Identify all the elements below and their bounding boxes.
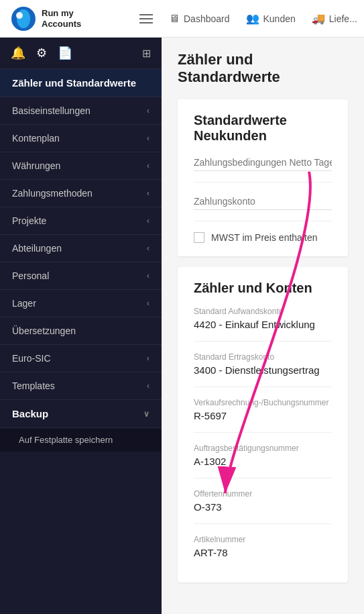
- zahlungsbedingungen-input[interactable]: [194, 154, 332, 171]
- aufwandskonto-value: 4420 - Einkauf Entwicklung: [194, 319, 332, 330]
- ertragskonto-field: Standard Ertragskonto 3400 - Dienstleist…: [194, 352, 332, 376]
- page-title: Zähler und Standardwerte: [178, 51, 348, 86]
- rechnungsnummer-value: R-5697: [194, 410, 332, 421]
- sidebar-item-kontenplan[interactable]: Kontenplan ‹: [0, 125, 162, 152]
- doc-icon[interactable]: 📄: [58, 46, 72, 60]
- sidebar-icon-bar: 🔔 ⚙ 📄 ⊞: [0, 38, 162, 69]
- sidebar-item-projekte[interactable]: Projekte ‹: [0, 207, 162, 235]
- topbar: Run my Accounts 🖥 Dashboard 👥 Kunden 🚚 L…: [0, 0, 364, 38]
- divider: [194, 221, 332, 221]
- aufwandskonto-field: Standard Aufwandskonto 4420 - Einkauf En…: [194, 307, 332, 330]
- chevron-down-icon: ∨: [143, 409, 149, 419]
- gear-icon[interactable]: ⚙: [36, 46, 47, 60]
- standardwerte-title: Standardwerte Neukunden: [194, 113, 332, 144]
- logo-text: Run my Accounts: [42, 8, 81, 29]
- chevron-icon: ‹: [147, 216, 149, 225]
- sidebar-item-zahlungsmethoden[interactable]: Zahlungsmethoden ‹: [0, 180, 162, 207]
- mwst-checkbox[interactable]: [194, 232, 204, 243]
- nav-dashboard[interactable]: 🖥 Dashboard: [169, 13, 230, 25]
- sidebar-item-waehrungen[interactable]: Währungen ‹: [0, 152, 162, 180]
- zahlungsbedingungen-field: [194, 154, 332, 171]
- bell-icon[interactable]: 🔔: [11, 46, 25, 60]
- standardwerte-card: Standardwerte Neukunden MWST im Preis en…: [178, 99, 348, 256]
- chevron-icon: ‹: [147, 161, 149, 170]
- ertragskonto-label: Standard Ertragskonto: [194, 352, 332, 362]
- svg-point-2: [16, 12, 23, 19]
- auftragsbestaetigung-field: Auftragsbestätigungsnummer A-1302: [194, 444, 332, 467]
- aufwandskonto-label: Standard Aufwandskonto: [194, 307, 332, 316]
- sidebar-item-basis[interactable]: Basiseinstellungen ‹: [0, 97, 162, 125]
- offertennummer-label: Offertennummer: [194, 489, 332, 499]
- sidebar-item-lager[interactable]: Lager ‹: [0, 290, 162, 317]
- rechnungsnummer-label: Verkaufsrechnung-/Buchungsnummer: [194, 398, 332, 407]
- top-nav: 🖥 Dashboard 👥 Kunden 🚚 Liefe...: [169, 12, 357, 25]
- logo-icon: [11, 6, 36, 32]
- sidebar-item-abteilungen[interactable]: Abteilungen ‹: [0, 235, 162, 262]
- lieferanten-icon: 🚚: [312, 12, 325, 25]
- chevron-icon: ‹: [147, 271, 149, 280]
- sidebar-item-euro-sic[interactable]: Euro-SIC ‹: [0, 345, 162, 372]
- sidebar-item-templates[interactable]: Templates ‹: [0, 372, 162, 400]
- sidebar-item-personal[interactable]: Personal ‹: [0, 262, 162, 290]
- offertennummer-field: Offertennummer O-373: [194, 489, 332, 513]
- sidebar-item-festplatte[interactable]: Auf Festplatte speichern: [0, 428, 162, 452]
- artikelnummer-value: ART-78: [194, 547, 332, 558]
- sidebar-item-uebersetzungen[interactable]: Übersetzungen: [0, 317, 162, 345]
- sidebar-item-zaehler[interactable]: Zähler und Standardwerte: [0, 69, 162, 97]
- logo: Run my Accounts: [11, 6, 118, 32]
- dashboard-icon: 🖥: [169, 13, 180, 25]
- mwst-checkbox-row: MWST im Preis enthalten: [194, 232, 332, 243]
- zahlungskonto-input[interactable]: [194, 193, 332, 210]
- divider: [194, 478, 332, 478]
- zahlungskonto-field: [194, 193, 332, 210]
- chevron-icon: ‹: [147, 134, 149, 143]
- divider: [194, 523, 332, 524]
- chevron-icon: ‹: [147, 299, 149, 308]
- divider: [194, 432, 332, 433]
- chevron-icon: ‹: [147, 189, 149, 198]
- nav-kunden[interactable]: 👥 Kunden: [246, 12, 296, 25]
- content-area: Zähler und Standardwerte Standardwerte N…: [162, 38, 364, 614]
- sidebar: 🔔 ⚙ 📄 ⊞ Zähler und Standardwerte Basisei…: [0, 38, 162, 614]
- divider: [194, 341, 332, 342]
- chevron-icon: ‹: [147, 381, 149, 391]
- artikelnummer-field: Artikelnummer ART-78: [194, 535, 332, 558]
- kunden-icon: 👥: [246, 12, 259, 25]
- hamburger-button[interactable]: [139, 14, 153, 23]
- auftragsbestaetigung-value: A-1302: [194, 456, 332, 467]
- ertragskonto-value: 3400 - Dienstleistungsertrag: [194, 364, 332, 376]
- rechnungsnummer-field: Verkaufsrechnung-/Buchungsnummer R-5697: [194, 398, 332, 421]
- chevron-icon: ‹: [147, 244, 149, 253]
- zaehler-konten-card: Zähler und Konten Standard Aufwandskonto…: [178, 267, 348, 582]
- offertennummer-value: O-373: [194, 501, 332, 513]
- artikelnummer-label: Artikelnummer: [194, 535, 332, 544]
- chevron-icon: ‹: [147, 354, 149, 363]
- divider: [194, 182, 332, 183]
- sidebar-item-backup[interactable]: Backup ∨: [0, 400, 162, 428]
- nav-lieferanten[interactable]: 🚚 Liefe...: [312, 12, 357, 25]
- auftragsbestaetigung-label: Auftragsbestätigungsnummer: [194, 444, 332, 453]
- mwst-label: MWST im Preis enthalten: [211, 232, 317, 243]
- divider: [194, 387, 332, 387]
- main-layout: 🔔 ⚙ 📄 ⊞ Zähler und Standardwerte Basisei…: [0, 38, 364, 614]
- chevron-icon: ‹: [147, 106, 149, 115]
- grid-icon[interactable]: ⊞: [142, 47, 151, 60]
- zaehler-konten-title: Zähler und Konten: [194, 280, 332, 296]
